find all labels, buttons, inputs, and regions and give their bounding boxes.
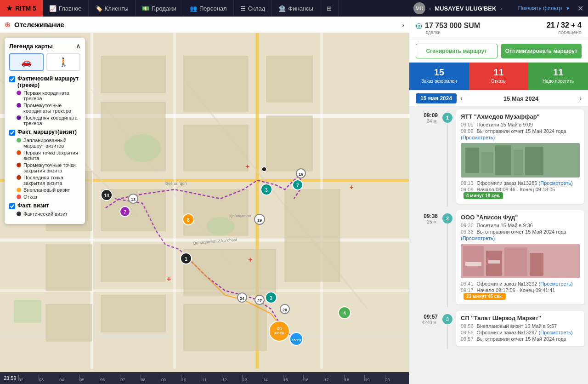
action-buttons-row: Сгенировать маршрут Оптимизировать маршр… [409, 40, 588, 63]
feed-log-2-1: 09:36 Вы отправили отчет 15 Май 2024 год… [461, 229, 580, 235]
close-button[interactable]: ✕ [577, 4, 583, 13]
view-report-link-2[interactable]: (Просмотреть) [461, 235, 495, 241]
timeline-tick-18: 20 [385, 375, 405, 381]
transport-car-button[interactable]: 🚗 [9, 53, 44, 71]
status-refused-button[interactable]: 11 Отказы [469, 63, 529, 90]
ordered-label: Заказ оформлен [421, 79, 457, 84]
svg-rect-23 [101, 245, 165, 281]
generate-route-button[interactable]: Сгенировать маршрут [416, 44, 498, 58]
svg-text:16: 16 [299, 172, 303, 177]
legend-fact-visit-checkbox[interactable]: Факт. визит [9, 202, 80, 209]
log-time: 09:36 [461, 229, 474, 235]
view-order-link-3[interactable]: (Просмотреть) [539, 330, 573, 335]
svg-text:14: 14 [104, 193, 109, 198]
visit-checkbox-input[interactable] [9, 130, 15, 136]
log-time: 09:17 [461, 287, 474, 293]
feed-num-3: 3 [442, 314, 452, 324]
feed-log-3-2: 09:57 Вы отправили отчет 15 Май 2024 год… [461, 336, 580, 342]
warehouse-icon: ☰ [240, 5, 246, 12]
sum-icon: ◎ [416, 21, 422, 30]
feed-time-1: 09:09 [413, 112, 438, 119]
sales-icon: 💵 [142, 5, 149, 12]
log-time: 09:09 [461, 122, 474, 127]
svg-text:Qoʻraqamish: Qoʻraqamish [230, 214, 251, 218]
timeline-tick-5: 07 [120, 375, 140, 381]
svg-text:+: + [246, 163, 249, 170]
date-next-button[interactable]: › [579, 94, 582, 103]
timeline-tick-12: 14 [263, 375, 283, 381]
feed-num-2: 2 [442, 213, 452, 224]
svg-rect-25 [285, 189, 340, 281]
stats-label: посещено [547, 29, 582, 35]
view-order-link-1[interactable]: (Просмотреть) [539, 180, 573, 186]
date-prev-button[interactable]: ‹ [460, 94, 463, 103]
legend-item-fact-visit: Фактический визит [9, 211, 80, 217]
optimize-route-button[interactable]: Оптимизировать маршрут [501, 44, 582, 58]
status-ordered-button[interactable]: 15 Заказ оформлен [409, 63, 469, 90]
timeline-tick-8: 10 [181, 375, 201, 381]
svg-text:4: 4 [343, 311, 346, 316]
view-report-link-1[interactable]: (Просмотреть) [461, 135, 495, 140]
svg-text:8: 8 [187, 218, 190, 223]
date-badge[interactable]: 15 мая 2024 [416, 93, 457, 103]
svg-text:20: 20 [283, 308, 287, 312]
svg-rect-24 [184, 249, 276, 295]
first-close-dot [17, 150, 21, 155]
refused-count: 11 [472, 67, 526, 78]
timeline-tick-4: 06 [100, 375, 120, 381]
navbar-item-finance[interactable]: 🏦 Финансы [272, 0, 320, 17]
timeline-tick-10: 12 [222, 375, 242, 381]
feed-circle-1: 1 [441, 107, 453, 206]
transport-walk-button[interactable]: 🚶 [46, 53, 81, 71]
log-time: 09:56 [461, 330, 474, 335]
svg-rect-77 [514, 150, 523, 175]
next-user-icon[interactable]: › [500, 5, 502, 12]
timeline-tick-14: 16 [303, 375, 323, 381]
feed-dist-2: 25 м. [413, 219, 438, 224]
logo-text: RITM 5 [15, 5, 36, 12]
timeline-ticks[interactable]: 02 03 04 05 06 07 08 09 10 11 12 13 14 1… [18, 375, 405, 381]
svg-point-30 [207, 217, 234, 235]
tracking-collapse-icon[interactable]: › [402, 21, 404, 29]
log-time: 09:57 [461, 336, 474, 342]
tracker-checkbox-input[interactable] [9, 76, 15, 82]
refused-label: Отказы [491, 79, 506, 84]
navbar-item-sales[interactable]: 💵 Продажи [136, 0, 183, 17]
svg-rect-85 [488, 260, 500, 264]
feed-title-1: ЯТТ "Ахмедов Музаффар" [461, 113, 580, 120]
log-time: 09:56 [461, 323, 474, 329]
feed-line-2 [447, 224, 448, 307]
legend-tracker-checkbox[interactable]: Фактический маршрут (трекер) [9, 75, 80, 88]
date-center-label: 15 Мая 2024 [466, 95, 575, 102]
log-time: 09:41 [461, 281, 474, 287]
status-to-visit-button[interactable]: 11 Надо посетить [528, 63, 588, 90]
svg-text:24: 24 [240, 296, 244, 301]
fact-visit-checkbox-input[interactable] [9, 203, 15, 209]
view-order-link-2[interactable]: (Просмотреть) [539, 281, 573, 287]
log-time: 09:13 [461, 180, 474, 186]
show-filter-link[interactable]: Показать фильтр [518, 5, 562, 11]
timeline-tick-7: 09 [161, 375, 181, 381]
legend-item-mid-close: Промежуточные точки закрытия визита [9, 162, 80, 173]
navbar-item-clients[interactable]: 🏷️ Клиенты [89, 0, 136, 17]
prev-user-icon[interactable]: ‹ [429, 5, 431, 12]
feed-circle-3: 3 [441, 308, 453, 349]
svg-point-69 [262, 167, 266, 172]
svg-text:+: + [167, 275, 171, 283]
legend-visit-checkbox[interactable]: Факт. маршрут(визит) [9, 129, 80, 136]
navbar-item-main[interactable]: 📈 Главное [43, 0, 89, 17]
feed-content-3: СП "Талат Шерзод Маркет" 09:56 Внепланов… [456, 311, 584, 346]
svg-rect-28 [101, 295, 165, 332]
logo-icon: ★ [6, 5, 12, 12]
to-visit-count: 11 [531, 67, 585, 78]
timeline-tick-16: 18 [344, 375, 364, 381]
feed-log-2-3: 09:41 Оформили заказ №13292 (Просмотреть… [461, 281, 580, 287]
navbar-item-warehouse[interactable]: ☰ Склад [234, 0, 272, 17]
navbar-item-apps[interactable]: ⊞ [320, 0, 339, 17]
legend-collapse-button[interactable]: ∧ [76, 42, 80, 50]
svg-text:3: 3 [265, 188, 268, 193]
timeline-start-time: 23:59 [4, 375, 17, 381]
svg-text:+: + [248, 256, 252, 264]
last-coord-dot [17, 115, 21, 120]
navbar-item-staff[interactable]: 👥 Персонал [183, 0, 234, 17]
